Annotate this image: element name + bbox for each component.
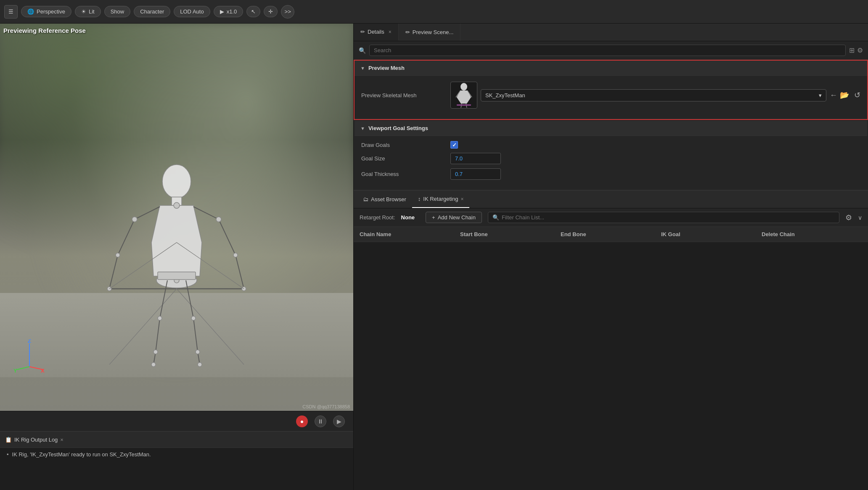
reset-button[interactable]: ↺ [854,91,860,100]
hamburger-button[interactable]: ☰ [4,5,18,19]
svg-point-22 [174,202,180,208]
log-close-button[interactable]: × [60,437,64,443]
details-tab[interactable]: ✏ Details × [354,24,399,41]
details-settings-button[interactable]: ⚙ [857,46,863,54]
log-text: IK Rig, 'IK_ZxyTestMan' ready to run on … [12,451,151,458]
search-input[interactable] [369,45,846,56]
filter-text-input[interactable] [502,214,835,221]
ik-retargeting-label: IK Retargeting [423,196,458,202]
chain-settings-button[interactable]: ⚙ [845,213,852,222]
watermark: CSDN @qq377138858 [302,404,350,409]
ik-retargeting-tab[interactable]: ↕ IK Retargeting × [412,191,470,208]
more-button[interactable]: >> [281,5,294,19]
mesh-name: SK_ZxyTestMan [485,92,525,99]
lod-button[interactable]: LOD Auto [174,6,210,17]
viewport-goals-arrow: ▼ [360,126,365,131]
viewport-goals-section: ▼ Viewport Goal Settings Draw Goals ✓ Go… [354,120,868,190]
asset-browser-label: Asset Browser [371,196,406,202]
retarget-root-value: None [401,214,415,221]
preview-scene-icon: ✏ [405,29,410,35]
goal-thickness-row: Goal Thickness 0.7 [361,168,860,180]
filter-chain-input[interactable]: 🔍 [488,212,839,223]
draw-goals-checkbox[interactable]: ✓ [450,141,458,149]
viewport-goals-content: Draw Goals ✓ Goal Size 7.0 Goa [355,136,867,189]
svg-line-17 [156,318,160,352]
show-button[interactable]: Show [104,6,131,17]
svg-point-30 [153,350,158,354]
axis-widget: Z Y X [13,339,46,373]
show-label: Show [111,8,124,15]
character-button[interactable]: Character [134,6,170,17]
asset-browser-tab[interactable]: 🗂 Asset Browser [357,191,412,208]
checkmark-icon: ✓ [452,142,457,148]
record-button[interactable]: ● [296,415,308,427]
add-chain-plus: + [432,214,435,221]
details-search-bar: 🔍 ⊞ ⚙ [354,41,868,60]
lit-label: Lit [89,8,95,15]
mesh-browse-button[interactable]: 📂 [840,91,849,100]
play-speed-button[interactable]: ▶ x1.0 [214,6,243,17]
preview-mesh-header[interactable]: ▼ Preview Mesh [355,61,867,76]
play-speed-label: x1.0 [227,8,237,15]
ik-retargeting-icon: ↕ [418,196,421,202]
output-log-panel: 📋 IK Rig Output Log × • IK Rig, 'IK_ZxyT… [0,431,353,490]
preview-scene-tab[interactable]: ✏ Preview Scene... [399,24,461,41]
bottom-right-panel: 🗂 Asset Browser ↕ IK Retargeting × Retar… [354,190,868,490]
svg-point-25 [116,253,120,257]
preview-mesh-arrow: ▼ [360,66,365,71]
retarget-root-label: Retarget Root: [360,214,395,221]
goal-thickness-value: 0.7 [455,171,463,177]
perspective-label: Perspective [37,8,65,15]
preview-scene-label: Preview Scene... [413,29,454,35]
goal-thickness-input[interactable]: 0.7 [450,168,501,180]
preview-mesh-section: ▼ Preview Mesh Preview Skeletal Mesh [354,60,868,120]
viewport-goals-title: Viewport Goal Settings [368,125,428,131]
retarget-toolbar: Retarget Root: None + Add New Chain 🔍 ⚙ … [354,208,868,227]
svg-line-20 [193,318,198,352]
svg-rect-47 [457,104,471,106]
lit-button[interactable]: ☀ Lit [75,6,101,17]
svg-point-0 [162,165,191,198]
output-log-tab[interactable]: 📋 IK Rig Output Log × [5,437,64,443]
play-icon: ▶ [220,8,224,15]
chevron-button[interactable]: ∨ [858,214,862,221]
viewport-label: Previewing Reference Pose [3,27,86,34]
search-icon: 🔍 [359,47,366,54]
svg-point-24 [216,217,221,222]
preview-skeletal-mesh-label: Preview Skeletal Mesh [361,92,445,99]
select-tool-button[interactable]: ↖ [246,6,260,17]
svg-point-32 [151,362,156,367]
chain-table: Chain Name Start Bone End Bone IK Goal D… [354,227,868,490]
mesh-thumbnail[interactable] [450,82,477,109]
viewport-transport: ● ⏸ ▶ [0,411,353,431]
preview-skeletal-mesh-row: Preview Skeletal Mesh [361,82,860,109]
chain-table-header: Chain Name Start Bone End Bone IK Goal D… [354,227,868,242]
draw-goals-row: Draw Goals ✓ [361,141,860,149]
lod-label: LOD Auto [180,8,204,15]
more-icon: >> [284,8,291,15]
play-button[interactable]: ▶ [333,415,345,427]
viewport-canvas[interactable]: Previewing Reference Pose [0,24,353,411]
svg-point-29 [191,316,196,320]
preview-skeletal-mesh-value: SK_ZxyTestMan ▾ ← 📂 ↺ [450,82,860,109]
move-tool-button[interactable]: ✛ [264,6,278,17]
mesh-select-dropdown[interactable]: SK_ZxyTestMan ▾ [481,89,826,101]
details-toolbar-icons: ⊞ ⚙ [849,46,863,54]
panel-tabs: ✏ Details × ✏ Preview Scene... [354,24,868,41]
log-bullet: • [7,451,9,458]
svg-text:Z: Z [28,339,31,344]
move-icon: ✛ [268,8,273,15]
grid-view-button[interactable]: ⊞ [849,46,855,54]
output-log-header: 📋 IK Rig Output Log × [0,432,353,448]
goal-size-input[interactable]: 7.0 [450,153,501,164]
add-chain-button[interactable]: + Add New Chain [426,212,482,223]
viewport-goals-header[interactable]: ▼ Viewport Goal Settings [355,121,867,136]
ik-retargeting-close[interactable]: × [460,196,463,202]
perspective-button[interactable]: 🌐 Perspective [21,6,71,17]
details-tab-close[interactable]: × [389,29,392,35]
pause-button[interactable]: ⏸ [315,415,326,427]
col-end-bone: End Bone [561,231,661,237]
mesh-back-button[interactable]: ← [830,91,837,100]
preview-mesh-content: Preview Skeletal Mesh [355,76,867,119]
hamburger-icon: ☰ [8,8,13,15]
